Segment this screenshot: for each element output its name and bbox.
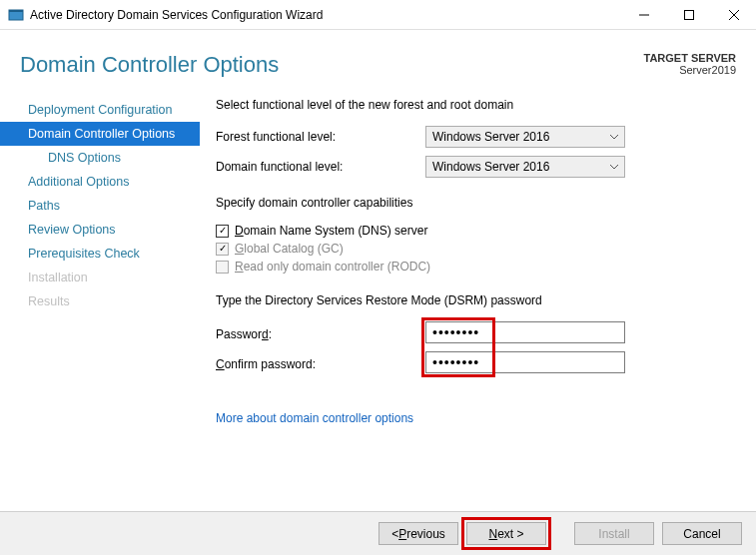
sidebar-item-results: Results <box>0 289 200 313</box>
header: Domain Controller Options TARGET SERVER … <box>0 30 756 88</box>
forest-level-label: Forest functional level: <box>216 130 425 144</box>
functional-level-heading: Select functional level of the new fores… <box>216 98 736 112</box>
window-title: Active Directory Domain Services Configu… <box>30 8 621 22</box>
dns-checkbox-label: Domain Name System (DNS) server <box>235 224 427 238</box>
svg-rect-1 <box>9 10 23 12</box>
install-button: Install <box>574 522 654 545</box>
app-icon <box>8 7 24 23</box>
svg-rect-3 <box>684 10 693 19</box>
chevron-down-icon <box>610 160 618 174</box>
previous-button[interactable]: < Previous <box>378 522 458 545</box>
target-server-label: TARGET SERVER <box>644 52 737 64</box>
sidebar-item-dns-options[interactable]: DNS Options <box>0 146 200 170</box>
titlebar: Active Directory Domain Services Configu… <box>0 0 756 30</box>
body: Deployment Configuration Domain Controll… <box>0 88 756 487</box>
target-server-box: TARGET SERVER Server2019 <box>644 52 737 76</box>
rodc-checkbox-label: Read only domain controller (RODC) <box>235 260 430 274</box>
domain-level-label: Domain functional level: <box>216 160 425 174</box>
forest-level-combo[interactable]: Windows Server 2016 <box>425 126 625 148</box>
close-button[interactable] <box>711 1 756 29</box>
sidebar: Deployment Configuration Domain Controll… <box>0 88 200 487</box>
sidebar-item-installation: Installation <box>0 266 200 289</box>
gc-checkbox-label: Global Catalog (GC) <box>235 242 344 256</box>
password-input[interactable]: •••••••• <box>425 321 625 343</box>
sidebar-item-paths[interactable]: Paths <box>0 194 200 218</box>
confirm-password-input[interactable]: •••••••• <box>425 351 625 373</box>
target-server-value: Server2019 <box>644 64 737 76</box>
sidebar-item-prereq[interactable]: Prerequisites Check <box>0 242 200 266</box>
page-title: Domain Controller Options <box>20 52 644 78</box>
sidebar-item-additional[interactable]: Additional Options <box>0 170 200 194</box>
domain-level-combo[interactable]: Windows Server 2016 <box>425 156 625 178</box>
main-panel: Select functional level of the new fores… <box>200 88 756 487</box>
password-label: Password: <box>216 327 272 341</box>
forest-level-value: Windows Server 2016 <box>432 130 549 144</box>
gc-checkbox <box>216 243 229 256</box>
dns-checkbox[interactable] <box>216 225 229 238</box>
sidebar-item-deployment[interactable]: Deployment Configuration <box>0 98 200 122</box>
minimize-button[interactable] <box>621 1 666 29</box>
sidebar-item-review[interactable]: Review Options <box>0 218 200 242</box>
confirm-password-label: Confirm password: <box>216 357 316 371</box>
cancel-button[interactable]: Cancel <box>662 522 742 545</box>
rodc-checkbox <box>216 261 229 274</box>
footer: < Previous Next > Install Cancel <box>0 511 756 555</box>
capabilities-heading: Specify domain controller capabilities <box>216 196 736 210</box>
chevron-down-icon <box>610 130 618 144</box>
dsrm-heading: Type the Directory Services Restore Mode… <box>216 293 736 307</box>
more-info-link[interactable]: More about domain controller options <box>216 411 413 425</box>
domain-level-value: Windows Server 2016 <box>432 160 549 174</box>
maximize-button[interactable] <box>666 1 711 29</box>
next-button[interactable]: Next > <box>466 522 546 545</box>
sidebar-item-dc-options[interactable]: Domain Controller Options <box>0 122 200 146</box>
